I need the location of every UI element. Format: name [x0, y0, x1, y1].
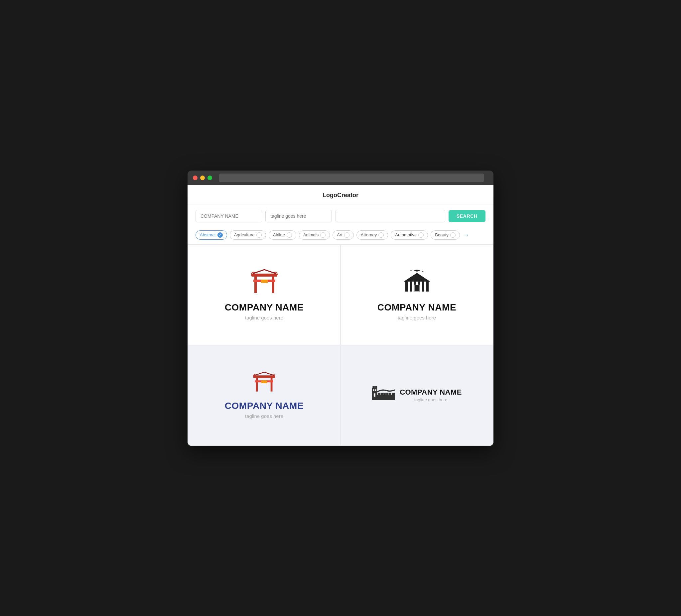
- address-bar: [219, 174, 484, 182]
- svg-rect-25: [389, 393, 392, 395]
- company-name-1: COMPANY NAME: [225, 302, 304, 313]
- logo-card-1[interactable]: COMPANY NAME tagline goes here: [188, 245, 340, 345]
- svg-rect-14: [271, 378, 273, 392]
- filter-label: Animals: [303, 232, 319, 237]
- tagline-1: tagline goes here: [245, 315, 283, 320]
- svg-rect-30: [376, 386, 377, 388]
- svg-rect-10: [424, 282, 426, 291]
- svg-rect-24: [386, 393, 389, 395]
- logo-card-4[interactable]: COMPANY NAME tagline goes here: [341, 345, 493, 445]
- tagline-input[interactable]: [266, 210, 332, 223]
- svg-rect-13: [256, 378, 258, 392]
- filter-label: Abstract: [200, 232, 216, 237]
- svg-rect-6: [408, 282, 410, 291]
- check-icon: ✓: [218, 232, 223, 238]
- torii-gate-icon: [249, 269, 279, 297]
- check-icon: [287, 232, 292, 238]
- filter-chip-automotive[interactable]: Automotive: [391, 230, 428, 240]
- check-icon: [450, 232, 456, 238]
- svg-rect-31: [374, 393, 375, 396]
- check-icon: [256, 232, 262, 238]
- check-icon: [418, 232, 424, 238]
- filter-label: Automotive: [395, 232, 417, 237]
- svg-rect-11: [415, 285, 419, 291]
- app-content: LogoCreator SEARCH Abstract ✓ Agricultur…: [187, 185, 494, 446]
- svg-rect-33: [375, 389, 376, 391]
- filter-label: Art: [337, 232, 343, 237]
- filter-label: Beauty: [435, 232, 448, 237]
- courthouse-icon: [402, 269, 432, 297]
- company-name-input[interactable]: [196, 210, 262, 223]
- app-title: LogoCreator: [323, 192, 358, 199]
- tagline-2: tagline goes here: [398, 315, 436, 320]
- minimize-btn[interactable]: [200, 176, 205, 180]
- svg-rect-21: [378, 393, 380, 395]
- great-wall-icon: [372, 382, 395, 403]
- check-icon: [378, 232, 384, 238]
- check-icon: [344, 232, 350, 238]
- filter-chip-agriculture[interactable]: Agriculture: [230, 230, 266, 240]
- tagline-4: tagline goes here: [400, 397, 462, 402]
- svg-rect-1: [272, 276, 274, 293]
- filter-chip-abstract[interactable]: Abstract ✓: [196, 230, 227, 240]
- close-btn[interactable]: [193, 176, 198, 180]
- company-name-4: COMPANY NAME: [400, 388, 462, 396]
- torii-gate-small-icon: [252, 371, 277, 395]
- svg-rect-32: [373, 389, 374, 391]
- logo-card-3[interactable]: COMPANY NAME tagline goes here: [188, 345, 340, 445]
- filter-bar: Abstract ✓ Agriculture Airline Animals A…: [187, 228, 494, 244]
- filter-label: Airline: [273, 232, 285, 237]
- filter-chip-attorney[interactable]: Attorney: [356, 230, 388, 240]
- svg-rect-0: [254, 276, 257, 293]
- browser-titlebar: [187, 171, 494, 185]
- company-name-3: COMPANY NAME: [225, 401, 304, 411]
- logo-grid: COMPANY NAME tagline goes here: [187, 244, 494, 446]
- svg-rect-15: [253, 375, 275, 378]
- app-header: LogoCreator: [187, 185, 494, 204]
- tagline-3: tagline goes here: [245, 413, 283, 419]
- filter-chip-airline[interactable]: Airline: [269, 230, 296, 240]
- svg-rect-29: [374, 386, 376, 388]
- svg-rect-23: [383, 393, 386, 395]
- check-icon: [320, 232, 326, 238]
- svg-rect-9: [420, 282, 422, 291]
- filter-chip-art[interactable]: Art: [332, 230, 354, 240]
- filter-label: Attorney: [361, 232, 377, 237]
- svg-rect-26: [392, 393, 395, 395]
- filter-next-arrow[interactable]: →: [464, 232, 469, 238]
- svg-rect-4: [261, 280, 268, 283]
- svg-rect-17: [261, 380, 267, 383]
- filter-chip-animals[interactable]: Animals: [299, 230, 330, 240]
- maximize-btn[interactable]: [207, 176, 212, 180]
- svg-rect-28: [373, 386, 374, 388]
- extra-search-input[interactable]: [335, 210, 445, 223]
- svg-rect-2: [251, 274, 277, 277]
- svg-rect-22: [381, 393, 383, 395]
- company-name-2: COMPANY NAME: [377, 302, 456, 313]
- browser-window: LogoCreator SEARCH Abstract ✓ Agricultur…: [187, 171, 494, 446]
- logo-card-2[interactable]: COMPANY NAME tagline goes here: [341, 245, 493, 345]
- logo-inline-info-4: COMPANY NAME tagline goes here: [400, 388, 462, 402]
- filter-chip-beauty[interactable]: Beauty: [431, 230, 459, 240]
- logo-inline-4: COMPANY NAME tagline goes here: [372, 382, 462, 409]
- filter-label: Agriculture: [234, 232, 255, 237]
- svg-rect-7: [412, 282, 414, 291]
- search-bar: SEARCH: [187, 204, 494, 228]
- search-button[interactable]: SEARCH: [449, 210, 485, 222]
